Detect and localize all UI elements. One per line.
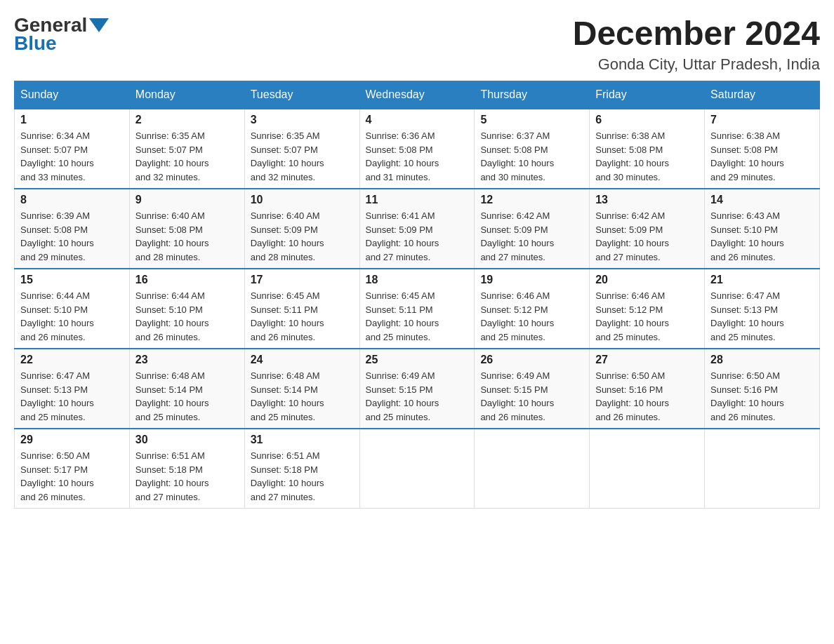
day-info: Sunrise: 6:40 AM Sunset: 5:08 PM Dayligh… [135,209,239,264]
day-info: Sunrise: 6:35 AM Sunset: 5:07 PM Dayligh… [251,129,354,184]
header-tuesday: Tuesday [244,81,359,109]
calendar-cell: 21 Sunrise: 6:47 AM Sunset: 5:13 PM Dayl… [705,269,820,349]
calendar-cell: 22 Sunrise: 6:47 AM Sunset: 5:13 PM Dayl… [15,349,130,429]
calendar-cell: 11 Sunrise: 6:41 AM Sunset: 5:09 PM Dayl… [359,189,475,269]
calendar-header-row: SundayMondayTuesdayWednesdayThursdayFrid… [15,81,820,109]
header-saturday: Saturday [705,81,820,109]
calendar-cell: 14 Sunrise: 6:43 AM Sunset: 5:10 PM Dayl… [705,189,820,269]
day-number: 13 [595,194,699,206]
calendar-cell: 2 Sunrise: 6:35 AM Sunset: 5:07 PM Dayli… [129,109,244,189]
calendar-cell: 18 Sunrise: 6:45 AM Sunset: 5:11 PM Dayl… [359,269,475,349]
calendar-cell: 8 Sunrise: 6:39 AM Sunset: 5:08 PM Dayli… [15,189,130,269]
day-number: 17 [251,274,354,286]
day-number: 8 [20,194,124,206]
day-info: Sunrise: 6:35 AM Sunset: 5:07 PM Dayligh… [135,129,239,184]
day-number: 12 [480,194,583,206]
day-number: 18 [366,274,469,286]
calendar-cell: 9 Sunrise: 6:40 AM Sunset: 5:08 PM Dayli… [129,189,244,269]
day-info: Sunrise: 6:49 AM Sunset: 5:15 PM Dayligh… [366,369,469,424]
day-info: Sunrise: 6:45 AM Sunset: 5:11 PM Dayligh… [366,289,469,344]
day-info: Sunrise: 6:40 AM Sunset: 5:09 PM Dayligh… [251,209,354,264]
day-number: 22 [20,354,124,366]
calendar-cell: 16 Sunrise: 6:44 AM Sunset: 5:10 PM Dayl… [129,269,244,349]
day-info: Sunrise: 6:50 AM Sunset: 5:16 PM Dayligh… [595,369,699,424]
calendar-cell: 17 Sunrise: 6:45 AM Sunset: 5:11 PM Dayl… [244,269,359,349]
day-number: 20 [595,274,699,286]
day-number: 27 [595,354,699,366]
calendar-cell: 4 Sunrise: 6:36 AM Sunset: 5:08 PM Dayli… [359,109,475,189]
day-number: 3 [251,114,354,126]
day-info: Sunrise: 6:36 AM Sunset: 5:08 PM Dayligh… [366,129,469,184]
day-number: 26 [480,354,583,366]
day-info: Sunrise: 6:47 AM Sunset: 5:13 PM Dayligh… [710,289,814,344]
calendar-week-4: 22 Sunrise: 6:47 AM Sunset: 5:13 PM Dayl… [15,349,820,429]
title-section: December 2024 Gonda City, Uttar Pradesh,… [573,14,820,74]
day-info: Sunrise: 6:38 AM Sunset: 5:08 PM Dayligh… [595,129,699,184]
day-number: 10 [251,194,354,206]
day-number: 24 [251,354,354,366]
calendar-cell [359,429,475,509]
header-thursday: Thursday [475,81,590,109]
day-number: 9 [135,194,239,206]
page-subtitle: Gonda City, Uttar Pradesh, India [573,55,820,74]
calendar-cell [705,429,820,509]
calendar-cell: 30 Sunrise: 6:51 AM Sunset: 5:18 PM Dayl… [129,429,244,509]
day-info: Sunrise: 6:48 AM Sunset: 5:14 PM Dayligh… [135,369,239,424]
calendar-week-2: 8 Sunrise: 6:39 AM Sunset: 5:08 PM Dayli… [15,189,820,269]
day-info: Sunrise: 6:42 AM Sunset: 5:09 PM Dayligh… [595,209,699,264]
calendar-cell: 29 Sunrise: 6:50 AM Sunset: 5:17 PM Dayl… [15,429,130,509]
calendar-cell: 20 Sunrise: 6:46 AM Sunset: 5:12 PM Dayl… [590,269,705,349]
logo-blue-text: Blue [14,32,57,55]
day-info: Sunrise: 6:42 AM Sunset: 5:09 PM Dayligh… [480,209,583,264]
logo-triangle-icon [89,18,109,32]
calendar-week-1: 1 Sunrise: 6:34 AM Sunset: 5:07 PM Dayli… [15,109,820,189]
day-info: Sunrise: 6:38 AM Sunset: 5:08 PM Dayligh… [710,129,814,184]
day-number: 28 [710,354,814,366]
day-info: Sunrise: 6:45 AM Sunset: 5:11 PM Dayligh… [251,289,354,344]
day-number: 1 [20,114,124,126]
calendar-cell: 10 Sunrise: 6:40 AM Sunset: 5:09 PM Dayl… [244,189,359,269]
calendar-cell: 28 Sunrise: 6:50 AM Sunset: 5:16 PM Dayl… [705,349,820,429]
day-number: 31 [251,434,354,446]
calendar-cell: 12 Sunrise: 6:42 AM Sunset: 5:09 PM Dayl… [475,189,590,269]
day-info: Sunrise: 6:34 AM Sunset: 5:07 PM Dayligh… [20,129,124,184]
page-header: General Blue December 2024 Gonda City, U… [14,14,820,74]
calendar-cell [475,429,590,509]
day-number: 4 [366,114,469,126]
calendar-cell: 25 Sunrise: 6:49 AM Sunset: 5:15 PM Dayl… [359,349,475,429]
day-info: Sunrise: 6:50 AM Sunset: 5:16 PM Dayligh… [710,369,814,424]
day-info: Sunrise: 6:51 AM Sunset: 5:18 PM Dayligh… [251,449,354,504]
day-info: Sunrise: 6:44 AM Sunset: 5:10 PM Dayligh… [20,289,124,344]
calendar-table: SundayMondayTuesdayWednesdayThursdayFrid… [14,81,820,509]
day-info: Sunrise: 6:46 AM Sunset: 5:12 PM Dayligh… [480,289,583,344]
day-number: 5 [480,114,583,126]
day-info: Sunrise: 6:39 AM Sunset: 5:08 PM Dayligh… [20,209,124,264]
day-number: 2 [135,114,239,126]
header-sunday: Sunday [15,81,130,109]
day-info: Sunrise: 6:49 AM Sunset: 5:15 PM Dayligh… [480,369,583,424]
day-info: Sunrise: 6:46 AM Sunset: 5:12 PM Dayligh… [595,289,699,344]
calendar-cell: 3 Sunrise: 6:35 AM Sunset: 5:07 PM Dayli… [244,109,359,189]
day-info: Sunrise: 6:41 AM Sunset: 5:09 PM Dayligh… [366,209,469,264]
calendar-cell: 5 Sunrise: 6:37 AM Sunset: 5:08 PM Dayli… [475,109,590,189]
day-number: 23 [135,354,239,366]
day-info: Sunrise: 6:43 AM Sunset: 5:10 PM Dayligh… [710,209,814,264]
day-info: Sunrise: 6:50 AM Sunset: 5:17 PM Dayligh… [20,449,124,504]
calendar-cell: 24 Sunrise: 6:48 AM Sunset: 5:14 PM Dayl… [244,349,359,429]
day-number: 19 [480,274,583,286]
header-wednesday: Wednesday [359,81,475,109]
calendar-cell: 7 Sunrise: 6:38 AM Sunset: 5:08 PM Dayli… [705,109,820,189]
day-info: Sunrise: 6:51 AM Sunset: 5:18 PM Dayligh… [135,449,239,504]
day-number: 7 [710,114,814,126]
day-number: 29 [20,434,124,446]
day-number: 21 [710,274,814,286]
calendar-cell: 13 Sunrise: 6:42 AM Sunset: 5:09 PM Dayl… [590,189,705,269]
day-number: 11 [366,194,469,206]
page-title: December 2024 [573,14,820,53]
day-info: Sunrise: 6:47 AM Sunset: 5:13 PM Dayligh… [20,369,124,424]
header-monday: Monday [129,81,244,109]
calendar-cell: 6 Sunrise: 6:38 AM Sunset: 5:08 PM Dayli… [590,109,705,189]
logo: General Blue [14,14,111,55]
calendar-cell: 31 Sunrise: 6:51 AM Sunset: 5:18 PM Dayl… [244,429,359,509]
day-number: 16 [135,274,239,286]
